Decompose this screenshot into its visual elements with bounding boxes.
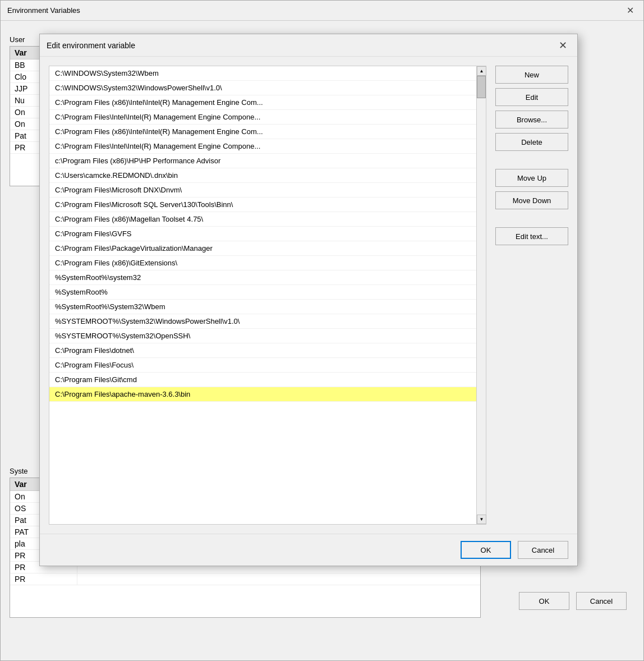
env-window-title: Environment Variables <box>7 6 80 15</box>
move-up-button[interactable]: Move Up <box>495 169 568 187</box>
edit-dialog-close-button[interactable]: ✕ <box>555 38 571 53</box>
scroll-up-arrow[interactable]: ▲ <box>477 66 486 76</box>
edit-text-button[interactable]: Edit text... <box>495 227 568 245</box>
edit-dialog-footer: OK Cancel <box>40 534 577 566</box>
path-list-scrollbar: ▲ ▼ <box>476 66 486 524</box>
path-list: C:\WINDOWS\System32\Wbem C:\WINDOWS\Syst… <box>49 66 486 524</box>
list-item[interactable]: C:\Program Files\PackageVirtualization\M… <box>49 241 486 256</box>
browse-button[interactable]: Browse... <box>495 111 568 128</box>
list-item[interactable]: C:\WINDOWS\System32\WindowsPowerShell\v1… <box>49 81 486 95</box>
button-spacer-1 <box>495 155 568 164</box>
list-item-selected[interactable]: C:\Program Files\apache-maven-3.6.3\bin <box>49 387 486 402</box>
list-item[interactable]: C:\Users\camcke.REDMOND\.dnx\bin <box>49 168 486 183</box>
list-item[interactable]: C:\Program Files\Git\cmd <box>49 373 486 387</box>
list-item[interactable]: C:\Program Files\Focus\ <box>49 358 486 373</box>
list-item[interactable]: %SystemRoot%\System32\Wbem <box>49 300 486 314</box>
list-item[interactable]: %SystemRoot% <box>49 285 486 300</box>
cell-name: PR <box>10 573 77 585</box>
list-item[interactable]: C:\Program Files\Microsoft SQL Server\13… <box>49 198 486 212</box>
list-item[interactable]: C:\Program Files\Intel\Intel(R) Manageme… <box>49 139 486 154</box>
button-spacer-2 <box>495 214 568 223</box>
list-item[interactable]: c:\Program Files (x86)\HP\HP Performance… <box>49 154 486 168</box>
move-down-button[interactable]: Move Down <box>495 191 568 209</box>
outer-ok-button[interactable]: OK <box>519 592 569 610</box>
edit-dialog-titlebar: Edit environment variable ✕ <box>40 34 577 57</box>
dialog-ok-button[interactable]: OK <box>461 541 511 559</box>
action-buttons-panel: New Edit Browse... Delete Move Up Move D… <box>495 66 568 525</box>
list-item[interactable]: %SystemRoot%\system32 <box>49 270 486 285</box>
list-item[interactable]: C:\Program Files\Microsoft DNX\Dnvm\ <box>49 183 486 198</box>
env-window-titlebar: Environment Variables ✕ <box>1 1 643 21</box>
edit-env-dialog: Edit environment variable ✕ C:\WINDOWS\S… <box>39 34 578 566</box>
outer-cancel-button[interactable]: Cancel <box>576 592 627 610</box>
edit-dialog-body: C:\WINDOWS\System32\Wbem C:\WINDOWS\Syst… <box>40 57 577 534</box>
delete-button[interactable]: Delete <box>495 133 568 151</box>
scroll-down-arrow[interactable]: ▼ <box>477 515 486 524</box>
list-item[interactable]: %SYSTEMROOT%\System32\OpenSSH\ <box>49 329 486 343</box>
list-item[interactable]: C:\Program Files\dotnet\ <box>49 343 486 358</box>
list-item[interactable]: C:\Program Files (x86)\GitExtensions\ <box>49 256 486 270</box>
new-button[interactable]: New <box>495 66 568 84</box>
scroll-track <box>477 76 486 515</box>
table-row[interactable]: PR <box>10 573 480 585</box>
list-item[interactable]: C:\Program Files (x86)\Magellan Toolset … <box>49 212 486 227</box>
path-list-container: C:\WINDOWS\System32\Wbem C:\WINDOWS\Syst… <box>49 66 486 525</box>
env-window-close-button[interactable]: ✕ <box>623 4 637 17</box>
edit-dialog-title: Edit environment variable <box>47 41 135 50</box>
list-item[interactable]: C:\WINDOWS\System32\Wbem <box>49 66 486 81</box>
list-item[interactable]: %SYSTEMROOT%\System32\WindowsPowerShell\… <box>49 314 486 329</box>
outer-footer: OK Cancel <box>519 592 627 610</box>
list-item[interactable]: C:\Program Files (x86)\Intel\Intel(R) Ma… <box>49 95 486 110</box>
edit-button[interactable]: Edit <box>495 88 568 106</box>
list-item[interactable]: C:\Program Files (x86)\Intel\Intel(R) Ma… <box>49 125 486 139</box>
list-item[interactable]: C:\Program Files\Intel\Intel(R) Manageme… <box>49 110 486 125</box>
list-item[interactable]: C:\Program Files\GVFS <box>49 227 486 241</box>
scroll-thumb[interactable] <box>477 76 486 98</box>
dialog-cancel-button[interactable]: Cancel <box>518 541 568 559</box>
